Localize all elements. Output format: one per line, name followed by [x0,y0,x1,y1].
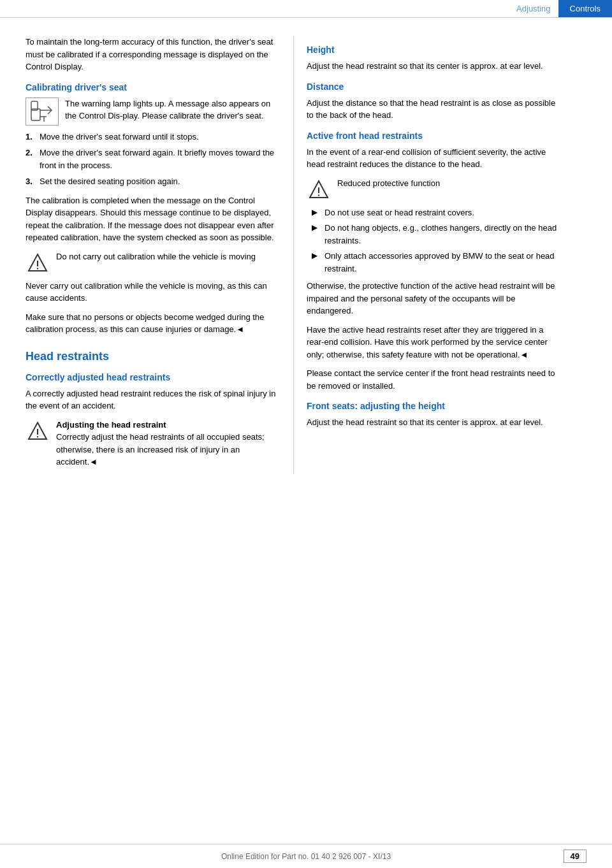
bullet-list: ▶ Do not use seat or head restraint cove… [307,206,562,275]
height-text: Adjust the head restraint so that its ce… [307,60,562,73]
triangle-warning-icon-3 [307,177,331,201]
arrow-icon-2: ▶ [312,222,322,247]
active-front-title: Active front head restraints [307,131,562,141]
distance-title: Distance [307,82,562,92]
left-column: To maintain the long-term accuracy of th… [0,36,293,474]
svg-point-10 [37,436,38,437]
active-front-text: In the event of a rear-end collision of … [307,146,562,171]
calibration-note: The calibration is completed when the me… [26,194,278,244]
page-number: 49 [564,850,586,863]
adjusting-warning-text: Correctly adjust the head restraints of … [56,432,265,467]
front-seats-text: Adjust the head restraint so that its ce… [307,416,562,429]
bullet2-text: Do not hang objects, e.g., clothes hange… [324,222,562,247]
warning-box-4: Reduced protective function [307,177,562,201]
step-3-text: Set the desired seating position again. [40,175,180,188]
step-2-text: Move the driver's seat forward again. It… [40,147,278,171]
calibrating-title: Calibrating driver's seat [26,82,278,92]
bullet1-text: Do not use seat or head restraint covers… [324,206,474,219]
bullet3-text: Only attach accessories approved by BMW … [324,250,562,275]
svg-point-13 [318,194,319,196]
bullet-item-1: ▶ Do not use seat or head restraint cove… [307,206,562,219]
never-text: Never carry out calibration while the ve… [26,280,278,305]
step-1-text: Move the driver's seat forward until it … [40,131,199,143]
please-contact-text: Please contact the service center if the… [307,367,562,392]
head-restraints-title: Head restraints [26,350,278,363]
triangle-warning-icon-1 [26,250,50,275]
intro-text: To maintain the long-term accuracy of th… [26,36,278,73]
main-content: To maintain the long-term accuracy of th… [0,18,612,474]
warning1-text: The warning lamp lights up. A message al… [65,98,278,122]
make-sure-text: Make sure that no persons or objects bec… [26,311,278,336]
adjusting-warning-title: Adjusting the head restraint [56,420,166,430]
front-seats-title: Front seats: adjusting the height [307,401,562,411]
page-header: Adjusting Controls [0,0,612,18]
step-2-num: 2. [26,147,40,171]
step-1-num: 1. [26,131,40,143]
step-2: 2. Move the driver's seat forward again.… [26,147,278,171]
step-1: 1. Move the driver's seat forward until … [26,131,278,143]
distance-text: Adjust the distance so that the head res… [307,97,562,122]
seat-svg-icon [30,100,54,123]
warning-box-1: The warning lamp lights up. A message al… [26,98,278,126]
arrow-icon-1: ▶ [312,206,322,219]
arrow-icon-3: ▶ [312,250,322,275]
warning2-text: Do not carry out calibration while the v… [56,250,278,263]
triangle-svg-3 [309,179,329,199]
bullet-item-2: ▶ Do not hang objects, e.g., clothes han… [307,222,562,247]
step-3: 3. Set the desired seating position agai… [26,175,278,188]
height-title: Height [307,45,562,55]
header-adjusting-label: Adjusting [509,4,558,13]
triangle-svg-1 [27,252,48,273]
otherwise-text: Otherwise, the protective function of th… [307,280,562,317]
page-footer: Online Edition for Part no. 01 40 2 926 … [0,844,612,868]
triangle-warning-icon-2 [26,419,50,443]
adjusting-warning: Adjusting the head restraint Correctly a… [56,419,278,468]
header-controls-label: Controls [558,0,612,17]
reduced-title: Reduced protective function [337,177,562,190]
seat-warning-icon [26,98,59,126]
footer-text: Online Edition for Part no. 01 40 2 926 … [221,852,391,861]
step-3-num: 3. [26,175,40,188]
warning-box-3: Adjusting the head restraint Correctly a… [26,419,278,468]
steps-list: 1. Move the driver's seat forward until … [26,131,278,188]
correctly-adjusted-text: A correctly adjusted head restraint redu… [26,387,278,412]
correctly-adjusted-title: Correctly adjusted head restraints [26,372,278,382]
right-column: Height Adjust the head restraint so that… [294,36,587,474]
triangle-svg-2 [27,421,48,441]
svg-point-7 [37,268,38,269]
bullet-item-3: ▶ Only attach accessories approved by BM… [307,250,562,275]
warning-box-2: Do not carry out calibration while the v… [26,250,278,275]
have-active-text: Have the active head restraints reset af… [307,324,562,361]
